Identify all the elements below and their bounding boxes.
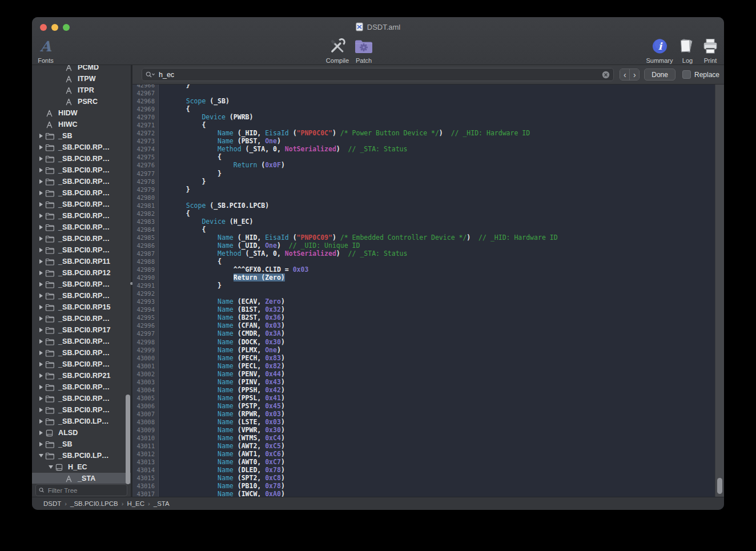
replace-checkbox[interactable] bbox=[682, 70, 691, 79]
code-line[interactable]: 42969 { bbox=[132, 105, 724, 113]
disclosure-triangle[interactable] bbox=[37, 419, 45, 424]
code-line[interactable]: 42968 Scope (_SB) bbox=[132, 97, 724, 105]
filter-tree-input[interactable] bbox=[47, 486, 124, 494]
tree-item[interactable]: _SB.PCI0.RP15 bbox=[32, 301, 131, 313]
code-line[interactable]: 42999 Name (PLMX, One) bbox=[132, 346, 724, 354]
disclosure-triangle[interactable] bbox=[37, 156, 45, 161]
disclosure-triangle[interactable] bbox=[37, 248, 45, 252]
code-line[interactable]: 42972 Name (_HID, EisaId ("PNP0C0C") /* … bbox=[132, 129, 724, 137]
tree-item[interactable]: _SB.PCI0.RP… bbox=[32, 381, 131, 393]
tree-item[interactable]: _SB bbox=[32, 130, 131, 142]
code-line[interactable]: 43006 Name (PSTP, 0x45) bbox=[132, 402, 724, 410]
code-line[interactable]: 42978 } bbox=[132, 178, 724, 186]
tree-item[interactable]: _SB.PCI0.RP… bbox=[32, 404, 131, 416]
disclosure-triangle[interactable] bbox=[37, 328, 45, 332]
tree-item[interactable]: _SB.PCI0.RP… bbox=[32, 176, 131, 187]
summary-button[interactable]: i Summary bbox=[646, 37, 673, 64]
code-line[interactable]: 42971 { bbox=[132, 121, 724, 129]
code-line[interactable]: 42976 Return (0x0F) bbox=[132, 161, 724, 169]
tree-item[interactable]: _SB.PCI0.RP12 bbox=[32, 267, 131, 279]
disclosure-triangle[interactable] bbox=[37, 454, 45, 457]
disclosure-triangle[interactable] bbox=[37, 362, 45, 367]
disclosure-triangle[interactable] bbox=[37, 442, 45, 447]
code-line[interactable]: 42988 { bbox=[132, 258, 724, 266]
code-line[interactable]: 42977 } bbox=[132, 170, 724, 178]
done-button[interactable]: Done bbox=[644, 69, 675, 81]
breadcrumb-item[interactable]: _SB.PCI0.LPCB bbox=[70, 500, 118, 507]
sidebar-scrollbar-thumb[interactable] bbox=[126, 395, 130, 484]
breadcrumb-item[interactable]: _STA bbox=[154, 500, 170, 507]
tree-item[interactable]: _SB.PCI0.LP… bbox=[32, 450, 131, 461]
code-line[interactable]: 42970 Device (PWRB) bbox=[132, 113, 724, 121]
code-line[interactable]: 42992 bbox=[132, 289, 724, 297]
code-line[interactable]: 43014 Name (DLED, 0x78) bbox=[132, 466, 724, 474]
disclosure-triangle[interactable] bbox=[37, 373, 45, 378]
tree-item[interactable]: _SB.PCI0.RP… bbox=[32, 279, 131, 290]
tree-item[interactable]: _SB.PCI0.RP… bbox=[32, 313, 131, 324]
disclosure-triangle[interactable] bbox=[37, 259, 45, 264]
code-editor[interactable]: 42966 }4296742968 Scope (_SB)42969 {4297… bbox=[132, 85, 724, 497]
code-line[interactable]: 43012 Name (AWT1, 0xC6) bbox=[132, 450, 724, 458]
code-line[interactable]: 43007 Name (RPWR, 0x03) bbox=[132, 410, 724, 418]
disclosure-triangle[interactable] bbox=[37, 293, 45, 298]
code-line[interactable]: 43015 Name (SPT2, 0xC8) bbox=[132, 474, 724, 482]
tree-item[interactable]: _SB.PCI0.RP11 bbox=[32, 256, 131, 267]
fonts-button[interactable]: A Fonts bbox=[38, 37, 54, 64]
patch-button[interactable]: Patch bbox=[354, 37, 373, 64]
code-line[interactable]: 42979 } bbox=[132, 186, 724, 194]
tree-item[interactable]: _SB.PCI0.RP… bbox=[32, 244, 131, 256]
disclosure-triangle[interactable] bbox=[37, 282, 45, 287]
code-line[interactable]: 43000 Name (PECH, 0x83) bbox=[132, 354, 724, 362]
code-line[interactable]: 43005 Name (PPSL, 0x41) bbox=[132, 394, 724, 402]
disclosure-triangle[interactable] bbox=[37, 202, 45, 207]
tree-item[interactable]: _SB.PCI0.LP… bbox=[32, 416, 131, 427]
code-line[interactable]: 42983 Device (H_EC) bbox=[132, 218, 724, 226]
disclosure-triangle[interactable] bbox=[37, 316, 45, 321]
disclosure-triangle[interactable] bbox=[37, 408, 45, 412]
code-line[interactable]: 42991 } bbox=[132, 281, 724, 289]
code-line[interactable]: 42998 Name (DOCK, 0x30) bbox=[132, 338, 724, 346]
tree-item[interactable]: _SB.PCI0.RP… bbox=[32, 142, 131, 153]
print-button[interactable]: Print bbox=[702, 37, 719, 64]
code-line[interactable]: 42985 Name (_HID, EisaId ("PNP0C09") /* … bbox=[132, 234, 724, 242]
compile-button[interactable]: Compile bbox=[326, 37, 349, 64]
disclosure-triangle[interactable] bbox=[37, 385, 45, 389]
disclosure-triangle[interactable] bbox=[37, 431, 45, 435]
code-line[interactable]: 42997 Name (CMDR, 0x3A) bbox=[132, 329, 724, 337]
code-line[interactable]: 42984 { bbox=[132, 226, 724, 234]
tree-item[interactable]: H_EC bbox=[32, 461, 131, 473]
disclosure-triangle[interactable] bbox=[37, 168, 45, 172]
code-line[interactable]: 42967 bbox=[132, 89, 724, 97]
tree-item[interactable]: _SB.PCI0.RP… bbox=[32, 210, 131, 222]
tree-item[interactable]: _SB.PCI0.RP… bbox=[32, 336, 131, 347]
code-line[interactable]: 42973 Name (PBST, One) bbox=[132, 137, 724, 145]
disclosure-triangle[interactable] bbox=[37, 271, 45, 275]
tree-item[interactable]: _SB.PCI0.RP17 bbox=[32, 324, 131, 336]
breadcrumb-item[interactable]: DSDT bbox=[43, 500, 61, 507]
code-line[interactable]: 42986 Name (_UID, One) // _UID: Unique I… bbox=[132, 242, 724, 250]
tree-item[interactable]: _SB.PCI0.RP… bbox=[32, 290, 131, 301]
code-line[interactable]: 42994 Name (B1ST, 0x32) bbox=[132, 305, 724, 313]
tree-item[interactable]: _STA bbox=[32, 473, 131, 484]
code-line[interactable]: 42989 ^^^GFX0.CLID = 0x03 bbox=[132, 266, 724, 274]
find-field[interactable] bbox=[142, 68, 614, 81]
code-line[interactable]: 43002 Name (PENV, 0x44) bbox=[132, 370, 724, 378]
tree-item[interactable]: _SB.PCI0.RP… bbox=[32, 222, 131, 233]
find-previous-button[interactable]: ‹ bbox=[620, 69, 630, 80]
disclosure-triangle[interactable] bbox=[37, 191, 45, 195]
code-line[interactable]: 42995 Name (B2ST, 0x36) bbox=[132, 313, 724, 321]
minimize-window-button[interactable] bbox=[51, 24, 58, 31]
tree-item[interactable]: ITPR bbox=[32, 85, 131, 96]
disclosure-triangle[interactable] bbox=[46, 465, 55, 469]
code-line[interactable]: 42987 Method (_STA, 0, NotSerialized) //… bbox=[132, 250, 724, 258]
disclosure-triangle[interactable] bbox=[37, 225, 45, 230]
tree-item[interactable]: _SB.PCI0.RP… bbox=[32, 359, 131, 370]
tree-item[interactable]: _SB.PCI0.RP… bbox=[32, 347, 131, 359]
find-input[interactable] bbox=[158, 70, 599, 79]
tree-item[interactable]: PSRC bbox=[32, 96, 131, 107]
breadcrumb-item[interactable]: H_EC bbox=[127, 500, 144, 507]
code-line[interactable]: 42980 bbox=[132, 194, 724, 202]
tree-item[interactable]: _SB.PCI0.RP… bbox=[32, 199, 131, 210]
disclosure-triangle[interactable] bbox=[37, 396, 45, 401]
tree-item[interactable]: PCMD bbox=[32, 65, 131, 73]
